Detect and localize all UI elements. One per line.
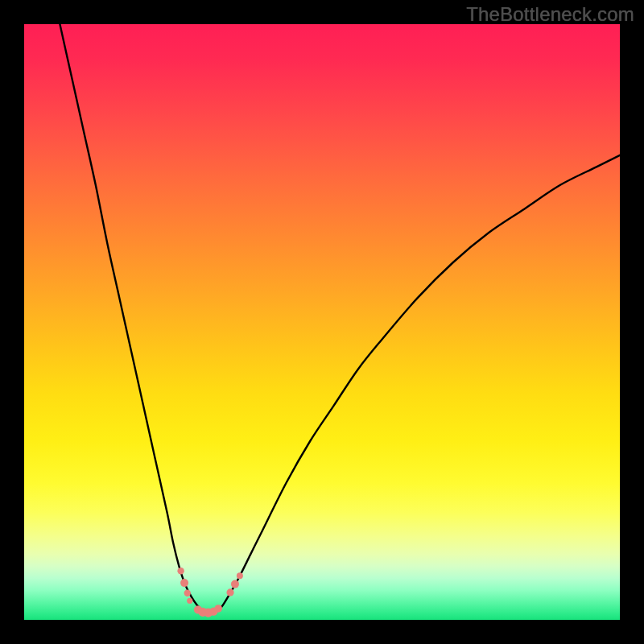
trough-marker-dot [187,598,192,604]
trough-marker-dot [184,590,191,597]
bottleneck-curve [60,24,620,613]
trough-marker-dot [237,572,243,579]
trough-marker-dot [214,605,222,613]
chart-frame: TheBottleneck.com [0,0,644,644]
trough-marker-dot [231,580,239,588]
curve-layer [24,24,620,620]
trough-marker-dot [177,568,184,574]
plot-area [24,24,620,620]
trough-marker-dot [180,579,188,587]
trough-marker-dot [226,588,233,596]
watermark-text: TheBottleneck.com [466,3,634,26]
trough-markers [177,568,242,617]
